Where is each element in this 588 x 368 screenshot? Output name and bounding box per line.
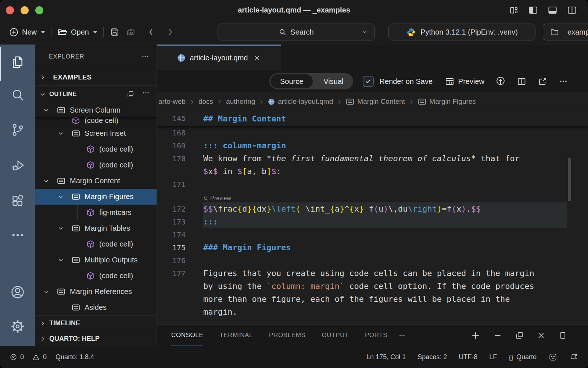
preview-button[interactable]: Preview: [445, 77, 484, 86]
tab-article-layout[interactable]: article-layout.qmd: [157, 45, 281, 70]
chevron-down-icon[interactable]: [55, 130, 72, 137]
panel-tab-output[interactable]: OUTPUT: [322, 325, 348, 346]
save-all-icon[interactable]: [126, 27, 136, 37]
code-line[interactable]: 172$$\frac{d}{dx}\left( \int_{a}^{x} f(u…: [157, 202, 588, 215]
collapse-all-icon[interactable]: [126, 90, 135, 98]
run-debug-icon[interactable]: [0, 158, 35, 173]
more-actions-icon[interactable]: [559, 78, 568, 84]
workspace-button[interactable]: _examples: [543, 24, 588, 40]
search-box[interactable]: Search: [218, 24, 375, 40]
code-line[interactable]: 169::: column-margin: [157, 139, 588, 152]
breadcrumb-item-margin-figures[interactable]: Margin Figures: [418, 98, 476, 106]
codelens-preview[interactable]: Preview: [203, 195, 231, 202]
maximize-panel-icon[interactable]: [558, 331, 567, 340]
scrollbar-thumb[interactable]: [568, 158, 571, 201]
open-button[interactable]: Open: [57, 27, 97, 37]
outline-item-code-cell[interactable]: (code cell): [35, 268, 157, 284]
outline-item-code-cell[interactable]: (code cell): [35, 236, 157, 252]
chevron-down-icon[interactable]: [55, 194, 72, 200]
chevron-down-icon[interactable]: [41, 289, 57, 295]
sidebar-section-examples[interactable]: _EXAMPLES: [35, 69, 157, 86]
more-views-icon[interactable]: [0, 230, 35, 240]
code-line[interactable]: more than one figure, each of the figure…: [157, 293, 588, 305]
explorer-icon[interactable]: [0, 54, 35, 70]
outline-item-margin-tables[interactable]: Margin Tables: [35, 220, 157, 236]
outline-item-code-cell[interactable]: (code cell): [35, 117, 157, 125]
notifications-bell-icon[interactable]: [569, 353, 578, 362]
outline-item-margin-content[interactable]: Margin Content: [35, 173, 157, 189]
customize-layout-icon[interactable]: [509, 6, 519, 15]
breadcrumb-item-article-layout-qmd[interactable]: article-layout.qmd: [268, 98, 333, 106]
source-mode-button[interactable]: Source: [270, 74, 313, 88]
toggle-left-panel-icon[interactable]: [528, 5, 538, 15]
navigate-forward-icon[interactable]: [166, 28, 174, 36]
settings-gear-icon[interactable]: [0, 319, 35, 334]
search-view-icon[interactable]: [0, 88, 35, 103]
code-line[interactable]: 145## Margin Content: [157, 111, 588, 126]
feedback-smiley-icon[interactable]: [548, 353, 557, 362]
panel-tab-problems[interactable]: PROBLEMS: [269, 325, 305, 346]
split-editor-icon[interactable]: [517, 77, 527, 86]
panel-tab-terminal[interactable]: TERMINAL: [219, 325, 253, 346]
code-line[interactable]: 176: [157, 254, 588, 267]
language-mode[interactable]: {} Quarto: [509, 353, 537, 361]
panel-more-tabs-icon[interactable]: [398, 333, 406, 338]
eol-setting[interactable]: LF: [489, 353, 497, 361]
quarto-version[interactable]: Quarto: 1.8.4: [55, 353, 94, 361]
outline-item-code-cell[interactable]: (code cell): [35, 141, 157, 157]
code-line[interactable]: 175### Margin Figures: [157, 241, 588, 254]
code-line[interactable]: 173:::: [157, 215, 588, 228]
new-console-plus-icon[interactable]: [471, 331, 480, 340]
panel-tab-console[interactable]: CONSOLE: [171, 325, 203, 346]
open-in-new-window-icon[interactable]: [538, 77, 548, 86]
panel-tab-ports[interactable]: PORTS: [365, 325, 387, 346]
outline-item-screen-inset[interactable]: Screen Inset: [35, 125, 157, 141]
toggle-right-panel-icon[interactable]: [567, 5, 577, 15]
restore-panel-icon[interactable]: [515, 331, 524, 340]
outline-item-code-cell[interactable]: (code cell): [35, 157, 157, 173]
toggle-bottom-panel-icon[interactable]: [548, 5, 557, 15]
breadcrumb-item-arto-web[interactable]: arto-web: [158, 98, 186, 106]
code-line[interactable]: 174: [157, 228, 588, 241]
indentation-setting[interactable]: Spaces: 2: [417, 353, 447, 361]
sidebar-section-quarto-help[interactable]: QUARTO: HELP: [35, 331, 157, 346]
code-line[interactable]: 177Figures that you create using code ce…: [157, 267, 588, 280]
outline-item-multiple-outputs[interactable]: Multiple Outputs: [35, 252, 157, 268]
outline-item-asides[interactable]: Asides: [35, 300, 157, 315]
outline-item-screen-column[interactable]: Screen Column: [35, 103, 157, 117]
outline-item-margin-references[interactable]: Margin References: [35, 284, 157, 300]
breadcrumb-item-authoring[interactable]: authoring: [226, 98, 255, 106]
close-panel-icon[interactable]: [537, 331, 546, 340]
save-icon[interactable]: [110, 27, 120, 37]
chevron-down-icon[interactable]: [55, 225, 72, 231]
interpreter-selector[interactable]: Python 3.12.1 (PipEnv: .venv): [388, 24, 535, 40]
breadcrumb-item-margin-content[interactable]: Margin Content: [346, 98, 405, 106]
navigate-back-icon[interactable]: [147, 28, 155, 36]
problems-status[interactable]: 0 0: [10, 353, 47, 361]
code-line[interactable]: 170We know from *the first fundamental t…: [157, 152, 588, 165]
code-line[interactable]: 168: [157, 126, 588, 139]
outline-more-actions-icon[interactable]: [142, 90, 150, 98]
chevron-down-icon[interactable]: [55, 257, 72, 263]
code-line[interactable]: $x$ in $[a, b]$:: [157, 165, 588, 178]
breadcrumb-item-docs[interactable]: docs: [198, 98, 213, 106]
extensions-icon[interactable]: [0, 194, 35, 208]
account-icon[interactable]: [0, 284, 35, 300]
cursor-position[interactable]: Ln 175, Col 1: [366, 353, 406, 361]
chevron-down-icon[interactable]: [41, 178, 57, 184]
outline-item-margin-figures[interactable]: Margin Figures: [35, 189, 157, 205]
source-control-icon[interactable]: [0, 123, 35, 137]
chevron-down-icon[interactable]: [41, 107, 57, 113]
explorer-more-actions-icon[interactable]: [141, 54, 149, 59]
outline-item-fig-mtcars[interactable]: fig-mtcars: [35, 205, 157, 220]
publish-icon[interactable]: [495, 76, 506, 86]
close-tab-icon[interactable]: [254, 54, 261, 61]
visual-mode-button[interactable]: Visual: [314, 73, 353, 89]
code-line[interactable]: by using the `column: margin` code cell …: [157, 280, 588, 293]
sidebar-section-outline[interactable]: OUTLINE: [35, 86, 157, 103]
code-line[interactable]: 171: [157, 178, 588, 191]
minimize-panel-icon[interactable]: [493, 331, 502, 340]
sidebar-section-timeline[interactable]: TIMELINE: [35, 315, 157, 331]
new-button[interactable]: New: [9, 27, 45, 37]
render-on-save-checkbox[interactable]: [363, 76, 374, 87]
